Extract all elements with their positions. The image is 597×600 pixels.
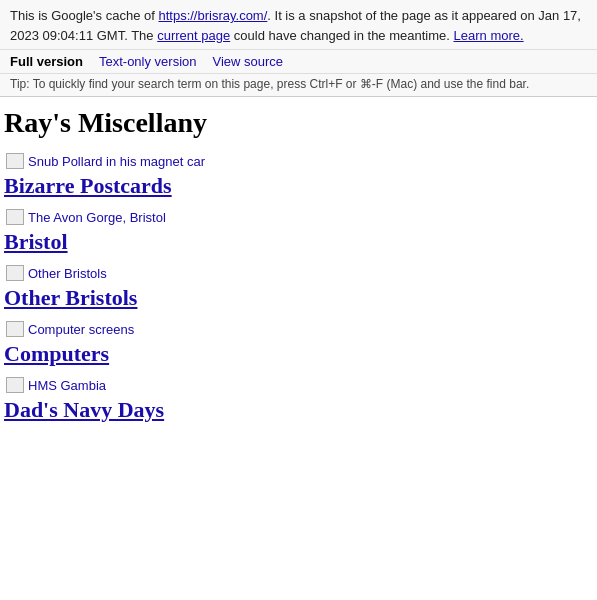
- cache-notice-text: This is Google's cache of: [10, 8, 158, 23]
- section-link-dads-navy-days[interactable]: Dad's Navy Days: [4, 397, 587, 423]
- version-bar: Full version Text-only version View sour…: [0, 50, 597, 74]
- view-source-link[interactable]: View source: [213, 54, 284, 69]
- section-link-bristol[interactable]: Bristol: [4, 229, 587, 255]
- cache-url-link[interactable]: https://brisray.com/: [158, 8, 267, 23]
- section-bristol: The Avon Gorge, BristolBristol: [4, 209, 587, 255]
- sections-list: Snub Pollard in his magnet carBizarre Po…: [4, 153, 587, 423]
- cache-notice-text-3: could have changed in the meantime.: [230, 28, 450, 43]
- tip-text: Tip: To quickly find your search term on…: [10, 77, 529, 91]
- full-version-button[interactable]: Full version: [10, 54, 83, 69]
- text-only-version-link[interactable]: Text-only version: [99, 54, 197, 69]
- image-placeholder-computers: Computer screens: [6, 321, 134, 337]
- section-other-bristols: Other BristolsOther Bristols: [4, 265, 587, 311]
- image-placeholder-dads-navy-days: HMS Gambia: [6, 377, 106, 393]
- main-content: Ray's Miscellany Snub Pollard in his mag…: [0, 97, 597, 443]
- section-dads-navy-days: HMS GambiaDad's Navy Days: [4, 377, 587, 423]
- image-placeholder-other-bristols: Other Bristols: [6, 265, 107, 281]
- image-placeholder-bristol: The Avon Gorge, Bristol: [6, 209, 166, 225]
- image-placeholder-bizarre-postcards: Snub Pollard in his magnet car: [6, 153, 205, 169]
- section-bizarre-postcards: Snub Pollard in his magnet carBizarre Po…: [4, 153, 587, 199]
- current-page-link[interactable]: current page: [157, 28, 230, 43]
- section-link-bizarre-postcards[interactable]: Bizarre Postcards: [4, 173, 587, 199]
- section-link-computers[interactable]: Computers: [4, 341, 587, 367]
- tip-bar: Tip: To quickly find your search term on…: [0, 74, 597, 97]
- cache-notice: This is Google's cache of https://brisra…: [0, 0, 597, 50]
- section-computers: Computer screensComputers: [4, 321, 587, 367]
- page-title: Ray's Miscellany: [4, 107, 587, 139]
- section-link-other-bristols[interactable]: Other Bristols: [4, 285, 587, 311]
- learn-more-link[interactable]: Learn more.: [454, 28, 524, 43]
